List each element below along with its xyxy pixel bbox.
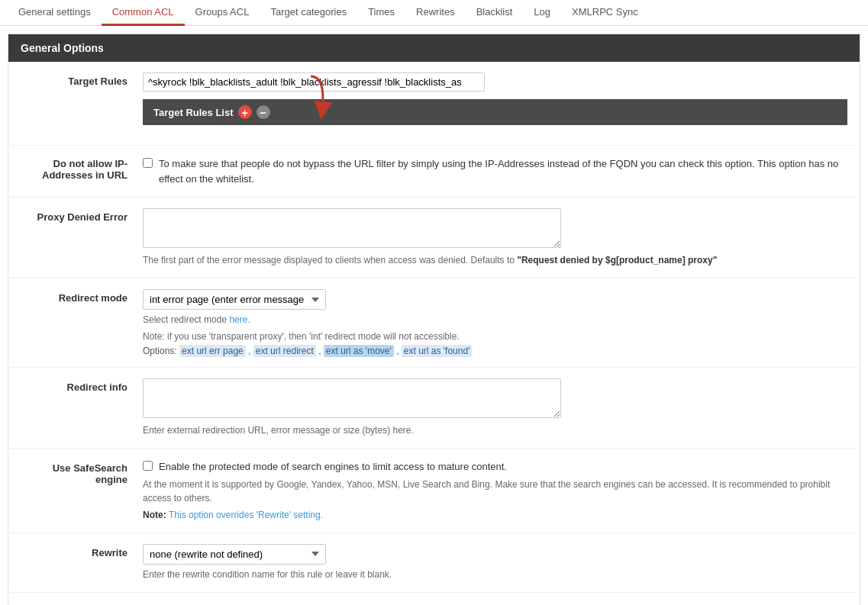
redirect-mode-options-line: Options: ext url err page , ext url redi… (143, 346, 847, 356)
proxy-denied-helper-quoted: "Request denied by $g[product_name] prox… (517, 255, 717, 265)
rewrite-row: Rewrite none (rewrite not defined) Enter… (8, 533, 860, 593)
nav-tabs: General settings Common ACL Groups ACL T… (0, 0, 868, 26)
proxy-denied-textarea[interactable] (143, 208, 561, 248)
redirect-mode-row: Redirect mode int error page (enter erro… (8, 278, 860, 368)
redirect-option-redirect[interactable]: ext url redirect (253, 345, 316, 357)
no-ip-label-text: Do not allow IP-Addresses in URL (42, 158, 127, 181)
redirect-mode-here-link[interactable]: here (229, 314, 247, 325)
tab-rewrites[interactable]: Rewrites (405, 0, 466, 26)
redirect-info-content: Enter external redirection URL, error me… (143, 378, 847, 437)
tab-target-categories[interactable]: Target categories (260, 0, 357, 26)
rewrite-select[interactable]: none (rewrite not defined) (143, 544, 326, 565)
safesearch-note-text: This option overrides 'Rewrite' setting. (169, 510, 323, 520)
redirect-mode-label: Redirect mode (21, 289, 143, 304)
redirect-mode-select-wrapper: int error page (enter error message) ext… (143, 289, 326, 310)
no-ip-content: To make sure that people do not bypass t… (143, 156, 847, 186)
tab-groups-acl[interactable]: Groups ACL (185, 0, 260, 26)
log-row: Log Check this option to enable logging … (8, 593, 860, 606)
safesearch-label: Use SafeSearch engine (21, 459, 143, 485)
redirect-info-label: Redirect info (21, 378, 143, 393)
no-ip-description: To make sure that people do not bypass t… (159, 156, 847, 186)
safesearch-content: Enable the protected mode of search engi… (143, 459, 847, 522)
redirect-mode-note1-prefix: Select redirect mode (143, 314, 229, 325)
redirect-mode-note2: Note: if you use 'transparent proxy', th… (143, 330, 847, 343)
proxy-denied-row: Proxy Denied Error The first part of the… (8, 198, 860, 278)
redirect-mode-content: int error page (enter error message) ext… (143, 289, 847, 356)
no-ip-label: Do not allow IP-Addresses in URL (21, 156, 143, 181)
rewrite-label: Rewrite (21, 544, 143, 558)
target-rules-label: Target Rules (21, 72, 143, 87)
target-rules-content: Target Rules List + − (143, 72, 847, 134)
target-rules-row: Target Rules Target Rules List + − (8, 62, 860, 146)
section-title: General Options (21, 42, 104, 54)
redirect-info-helper: Enter external redirection URL, error me… (143, 423, 847, 437)
redirect-mode-select[interactable]: int error page (enter error message) ext… (143, 289, 326, 310)
target-rules-list-header: Target Rules List + − (143, 99, 847, 125)
tab-general-settings[interactable]: General settings (8, 0, 102, 26)
safesearch-note: Note: This option overrides 'Rewrite' se… (143, 508, 847, 522)
target-rules-input[interactable] (143, 72, 485, 92)
proxy-denied-content: The first part of the error message disp… (143, 208, 847, 267)
tab-xmlrpc-sync[interactable]: XMLRPC Sync (561, 0, 649, 26)
safesearch-checkbox[interactable] (143, 461, 153, 471)
target-rules-list-title: Target Rules List (153, 107, 234, 118)
redirect-option-move[interactable]: ext url as 'move' (324, 345, 394, 357)
redirect-option-err-page[interactable]: ext url err page (179, 345, 246, 357)
main-content: General Options Target Rules Target Rule… (8, 34, 860, 605)
redirect-option-found[interactable]: ext url as 'found' (402, 345, 473, 357)
rewrite-content: none (rewrite not defined) Enter the rew… (143, 544, 847, 581)
redirect-info-textarea[interactable] (143, 378, 561, 418)
tab-blacklist[interactable]: Blacklist (466, 0, 524, 26)
tab-times[interactable]: Times (357, 0, 405, 26)
tab-common-acl[interactable]: Common ACL (102, 0, 185, 26)
rewrite-select-wrapper: none (rewrite not defined) (143, 544, 326, 565)
section-header: General Options (8, 34, 860, 62)
remove-rule-button[interactable]: − (257, 105, 270, 119)
tab-log[interactable]: Log (523, 0, 561, 26)
proxy-denied-helper: The first part of the error message disp… (143, 253, 847, 267)
redirect-mode-note1: Select redirect mode here. (143, 313, 847, 327)
proxy-denied-helper-prefix: The first part of the error message disp… (143, 255, 517, 265)
rewrite-helper: Enter the rewrite condition name for thi… (143, 568, 847, 581)
add-rule-button[interactable]: + (238, 105, 252, 119)
safesearch-description1: At the moment it is supported by Google,… (143, 478, 847, 505)
safesearch-row: Use SafeSearch engine Enable the protect… (8, 449, 860, 533)
no-ip-checkbox[interactable] (143, 158, 153, 168)
safesearch-note-prefix: Note: (143, 510, 169, 520)
redirect-info-row: Redirect info Enter external redirection… (8, 368, 860, 449)
safesearch-checkbox-text: Enable the protected mode of search engi… (159, 459, 507, 475)
no-ip-row: Do not allow IP-Addresses in URL To make… (8, 146, 860, 198)
redirect-mode-options-label: Options: (143, 346, 177, 356)
proxy-denied-label: Proxy Denied Error (21, 208, 143, 223)
